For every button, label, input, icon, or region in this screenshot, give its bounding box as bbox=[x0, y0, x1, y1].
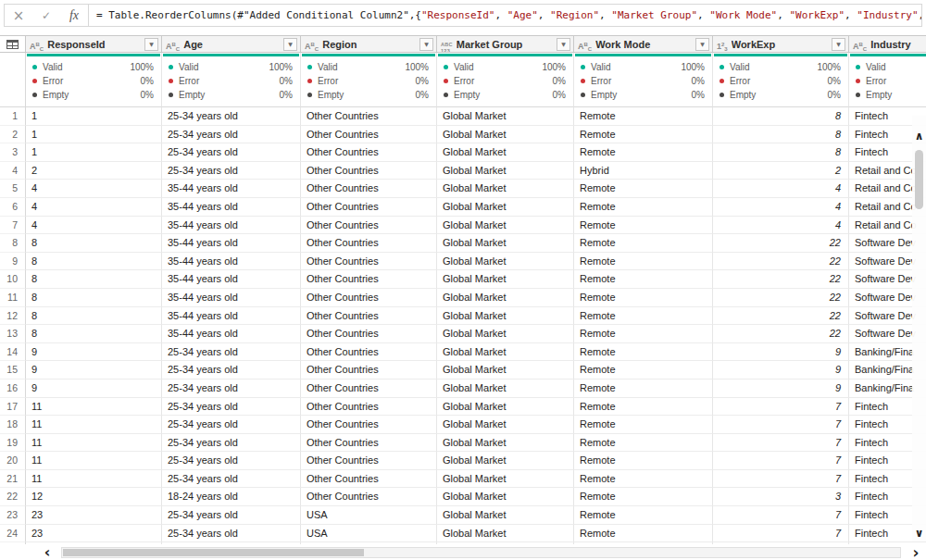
cell[interactable]: 7 bbox=[713, 416, 849, 434]
cell[interactable]: Other Countries bbox=[301, 452, 437, 470]
cell[interactable]: 4 bbox=[713, 217, 849, 235]
horizontal-scrollbar[interactable]: ‹ › bbox=[0, 544, 926, 560]
row-number[interactable]: 5 bbox=[0, 180, 26, 198]
cell[interactable]: Remote bbox=[574, 416, 713, 434]
cell[interactable]: 35-44 years old bbox=[162, 307, 301, 326]
cell[interactable]: 11 bbox=[26, 470, 162, 489]
cell[interactable]: 23 bbox=[26, 525, 162, 543]
cell[interactable]: 25-34 years old bbox=[162, 398, 301, 417]
cell[interactable]: Global Market bbox=[437, 126, 574, 144]
cell[interactable]: 2 bbox=[26, 162, 162, 180]
filter-dropdown-icon[interactable]: ▼ bbox=[695, 38, 709, 51]
row-number[interactable]: 9 bbox=[0, 253, 26, 271]
cell[interactable]: 35-44 years old bbox=[162, 325, 301, 343]
cell[interactable]: 8 bbox=[26, 234, 162, 253]
type-icon-text[interactable]: ABC bbox=[305, 37, 319, 52]
cell[interactable]: Remote bbox=[574, 143, 713, 162]
cell[interactable]: 9 bbox=[713, 380, 849, 398]
fx-icon[interactable]: fx bbox=[60, 5, 88, 26]
cell[interactable]: Other Countries bbox=[301, 416, 437, 434]
cell[interactable]: 35-44 years old bbox=[162, 234, 301, 253]
cell[interactable]: 25-34 years old bbox=[162, 143, 301, 162]
filter-dropdown-icon[interactable]: ▼ bbox=[144, 38, 158, 51]
cell[interactable]: 2 bbox=[713, 162, 849, 180]
type-icon-text[interactable]: ABC bbox=[166, 37, 180, 52]
column-header-market-group[interactable]: ABC123Market Group▼ bbox=[437, 35, 574, 53]
column-header-responseid[interactable]: ABCResponseId▼ bbox=[26, 35, 162, 53]
cell[interactable]: Other Countries bbox=[301, 343, 437, 362]
cell[interactable]: Global Market bbox=[437, 416, 574, 434]
cell[interactable]: Global Market bbox=[437, 525, 574, 543]
row-number[interactable]: 11 bbox=[0, 289, 26, 307]
cell[interactable]: 22 bbox=[713, 253, 849, 271]
cell[interactable]: 9 bbox=[26, 361, 162, 380]
cell[interactable]: 9 bbox=[26, 380, 162, 398]
cell[interactable]: Global Market bbox=[437, 234, 574, 253]
cell[interactable]: Remote bbox=[574, 488, 713, 506]
cell[interactable]: 7 bbox=[713, 525, 849, 543]
cell[interactable]: 25-34 years old bbox=[162, 162, 301, 180]
cell[interactable]: Other Countries bbox=[301, 143, 437, 162]
cell[interactable]: 18-24 years old bbox=[162, 488, 301, 506]
row-number[interactable]: 15 bbox=[0, 361, 26, 380]
cell[interactable]: Remote bbox=[574, 325, 713, 343]
cell[interactable]: 7 bbox=[713, 434, 849, 453]
row-number[interactable]: 12 bbox=[0, 307, 26, 326]
cell[interactable]: Remote bbox=[574, 470, 713, 489]
column-header-work-mode[interactable]: ABCWork Mode▼ bbox=[574, 35, 713, 53]
row-number[interactable]: 22 bbox=[0, 488, 26, 506]
cell[interactable]: Remote bbox=[574, 398, 713, 417]
cell[interactable]: Remote bbox=[574, 434, 713, 453]
cell[interactable]: 35-44 years old bbox=[162, 180, 301, 198]
horizontal-scroll-track[interactable] bbox=[61, 547, 901, 558]
cell[interactable]: Global Market bbox=[437, 180, 574, 198]
cell[interactable]: 7 bbox=[713, 506, 849, 525]
horizontal-scroll-thumb[interactable] bbox=[63, 549, 364, 556]
cell[interactable]: Other Countries bbox=[301, 162, 437, 180]
row-number[interactable]: 3 bbox=[0, 143, 26, 162]
cell[interactable]: 4 bbox=[26, 198, 162, 217]
cell[interactable]: Other Countries bbox=[301, 470, 437, 489]
row-number[interactable]: 4 bbox=[0, 162, 26, 180]
cell[interactable]: Global Market bbox=[437, 107, 574, 126]
cell[interactable]: 9 bbox=[713, 343, 849, 362]
row-number[interactable]: 24 bbox=[0, 525, 26, 543]
cell[interactable]: Remote bbox=[574, 361, 713, 380]
cell[interactable]: Remote bbox=[574, 343, 713, 362]
cell[interactable]: Global Market bbox=[437, 253, 574, 271]
cell[interactable]: 23 bbox=[26, 506, 162, 525]
cell[interactable]: 1 bbox=[26, 126, 162, 144]
cell[interactable]: 4 bbox=[26, 217, 162, 235]
cell[interactable]: Global Market bbox=[437, 380, 574, 398]
formula-input[interactable]: = Table.ReorderColumns(#"Added Condition… bbox=[89, 5, 921, 26]
cell[interactable]: Global Market bbox=[437, 217, 574, 235]
filter-dropdown-icon[interactable]: ▼ bbox=[283, 38, 297, 51]
cell[interactable]: Other Countries bbox=[301, 217, 437, 235]
table-menu-button[interactable] bbox=[0, 35, 26, 53]
column-header-workexp[interactable]: 123WorkExp▼ bbox=[713, 35, 849, 53]
cell[interactable]: Remote bbox=[574, 506, 713, 525]
cell[interactable]: Global Market bbox=[437, 325, 574, 343]
cell[interactable]: Remote bbox=[574, 217, 713, 235]
row-number[interactable]: 21 bbox=[0, 470, 26, 489]
cell[interactable]: 11 bbox=[26, 416, 162, 434]
row-number[interactable]: 13 bbox=[0, 325, 26, 343]
vertical-scroll-thumb[interactable] bbox=[915, 150, 923, 209]
cell[interactable]: 8 bbox=[26, 289, 162, 307]
cell[interactable]: Remote bbox=[574, 180, 713, 198]
scroll-up-icon[interactable]: ∧ bbox=[915, 129, 924, 144]
cell[interactable]: Other Countries bbox=[301, 380, 437, 398]
row-number[interactable]: 20 bbox=[0, 452, 26, 470]
cell[interactable]: Global Market bbox=[437, 270, 574, 289]
cell[interactable]: 11 bbox=[26, 398, 162, 417]
cell[interactable]: USA bbox=[301, 506, 437, 525]
cell[interactable]: Other Countries bbox=[301, 325, 437, 343]
cell[interactable]: 25-34 years old bbox=[162, 343, 301, 362]
filter-dropdown-icon[interactable]: ▼ bbox=[419, 38, 433, 51]
cell[interactable]: USA bbox=[301, 525, 437, 543]
cell[interactable]: 7 bbox=[713, 452, 849, 470]
type-icon-text[interactable]: ABC bbox=[30, 37, 44, 52]
scroll-right-icon[interactable]: › bbox=[907, 543, 925, 560]
cell[interactable]: Global Market bbox=[437, 452, 574, 470]
row-number[interactable]: 8 bbox=[0, 234, 26, 253]
